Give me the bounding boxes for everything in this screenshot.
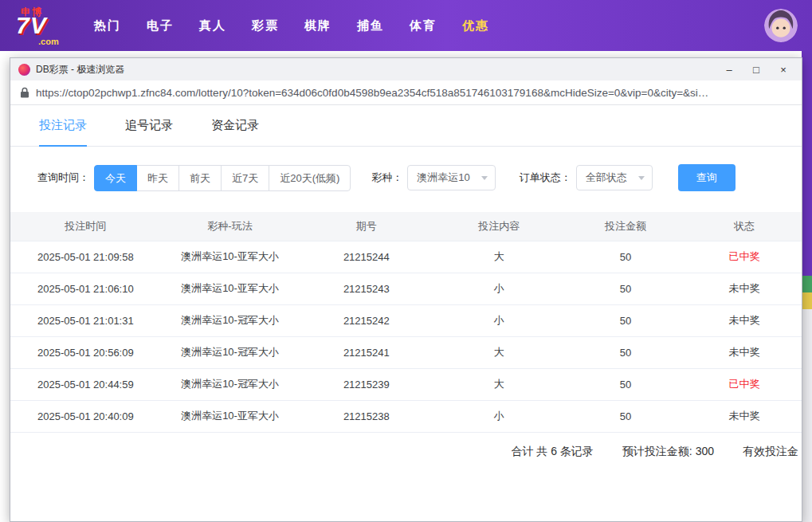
- browser-window: DB彩票 - 极速浏览器 – □ × https://ctop02pchwp1.…: [10, 57, 802, 522]
- nav-item-fishing[interactable]: 捕鱼: [357, 18, 384, 33]
- status-badge: 未中奖: [687, 336, 802, 368]
- address-bar[interactable]: https://ctop02pchwp1.zfnc84.com/lottery/…: [10, 80, 802, 105]
- order-status-label: 订单状态：: [520, 171, 571, 185]
- cell-amount: 50: [564, 336, 687, 368]
- summary-bar: 合计 共 6 条记录 预计投注金额: 300 有效投注金: [10, 433, 802, 470]
- favicon-icon: [18, 64, 30, 76]
- time-last7-button[interactable]: 近7天: [221, 165, 269, 191]
- status-badge: 未中奖: [687, 273, 802, 304]
- nav-item-promotions[interactable]: 优惠: [462, 18, 489, 33]
- nav-item-sports[interactable]: 体育: [410, 18, 437, 33]
- cell-game: 澳洲幸运10-亚军大小: [161, 273, 300, 304]
- table-row: 2025-05-01 21:01:31 澳洲幸运10-冠军大小 21215242…: [10, 304, 802, 336]
- time-range-group: 今天 昨天 前天 近7天 近20天(低频): [94, 165, 351, 191]
- table-header-row: 投注时间 彩种-玩法 期号 投注内容 投注金额 状态: [10, 212, 802, 241]
- url-text: https://ctop02pchwp1.zfnc84.com/lottery/…: [36, 87, 708, 99]
- status-badge: 已中奖: [687, 241, 802, 273]
- cell-content: 小: [433, 400, 564, 432]
- record-tabs: 投注记录 追号记录 资金记录: [10, 105, 802, 147]
- cell-time: 2025-05-01 21:06:10: [10, 273, 161, 304]
- cell-time: 2025-05-01 21:01:31: [10, 304, 161, 336]
- time-yesterday-button[interactable]: 昨天: [136, 165, 179, 191]
- user-avatar[interactable]: [764, 9, 798, 42]
- status-badge: 已中奖: [687, 368, 802, 400]
- table-row: 2025-05-01 21:09:58 澳洲幸运10-亚军大小 21215244…: [10, 241, 802, 273]
- tab-funds-records[interactable]: 资金记录: [211, 105, 259, 146]
- nav-item-slots[interactable]: 电子: [147, 18, 174, 33]
- query-button[interactable]: 查询: [678, 164, 736, 191]
- lock-icon: [20, 87, 29, 98]
- cell-amount: 50: [564, 273, 687, 304]
- col-header-game: 彩种-玩法: [161, 212, 300, 241]
- summary-total: 合计 共 6 条记录: [511, 445, 593, 459]
- window-title: DB彩票 - 极速浏览器: [36, 63, 124, 77]
- col-header-issue: 期号: [299, 212, 433, 241]
- window-controls: – □ ×: [716, 59, 797, 80]
- screen: 申博 7V .com 热门 电子 真人 彩票 棋牌 捕鱼 体育 优惠: [0, 0, 812, 522]
- cell-content: 大: [433, 336, 564, 368]
- cell-content: 小: [433, 273, 564, 304]
- logo-text-bottom: .com: [38, 37, 59, 46]
- cell-issue: 21215242: [299, 304, 433, 336]
- time-today-button[interactable]: 今天: [94, 165, 137, 191]
- time-day-before-button[interactable]: 前天: [178, 165, 222, 191]
- logo-text-main: 7V: [16, 12, 47, 39]
- query-time-label: 查询时间：: [37, 171, 89, 185]
- cell-time: 2025-05-01 20:56:09: [10, 336, 161, 368]
- cell-time: 2025-05-01 21:09:58: [10, 241, 161, 273]
- maximize-button[interactable]: □: [743, 59, 770, 80]
- tab-bet-records[interactable]: 投注记录: [39, 105, 87, 146]
- top-nav-bar: 申博 7V .com 热门 电子 真人 彩票 棋牌 捕鱼 体育 优惠: [0, 0, 812, 51]
- cell-game: 澳洲幸运10-冠军大小: [161, 368, 300, 400]
- cell-time: 2025-05-01 20:40:09: [10, 400, 161, 432]
- status-badge: 未中奖: [687, 304, 802, 336]
- status-badge: 未中奖: [687, 400, 802, 432]
- time-last20-button[interactable]: 近20天(低频): [269, 165, 351, 191]
- minimize-button[interactable]: –: [716, 59, 743, 80]
- cell-issue: 21215239: [299, 368, 433, 400]
- filter-bar: 查询时间： 今天 昨天 前天 近7天 近20天(低频) 彩种： 澳洲幸运10 订…: [10, 164, 802, 191]
- order-status-select[interactable]: 全部状态: [576, 165, 653, 190]
- order-status-value: 全部状态: [586, 171, 627, 185]
- nav-item-board-games[interactable]: 棋牌: [304, 18, 331, 33]
- cell-game: 澳洲幸运10-冠军大小: [161, 304, 300, 336]
- cell-amount: 50: [564, 400, 687, 432]
- nav-item-live[interactable]: 真人: [199, 18, 226, 33]
- nav-item-lottery[interactable]: 彩票: [252, 18, 279, 33]
- col-header-amount: 投注金额: [564, 212, 687, 241]
- chevron-down-icon: [481, 176, 488, 180]
- cell-issue: 21215243: [299, 273, 433, 304]
- background-fragment-light: [802, 309, 812, 522]
- avatar-image: [764, 9, 798, 42]
- table-row: 2025-05-01 20:44:59 澳洲幸运10-冠军大小 21215239…: [10, 368, 802, 400]
- main-nav: 热门 电子 真人 彩票 棋牌 捕鱼 体育 优惠: [94, 18, 489, 33]
- page-content: 投注记录 追号记录 资金记录 查询时间： 今天 昨天 前天 近7天 近20天(低…: [10, 105, 802, 521]
- background-fragment-yellow: [802, 292, 812, 309]
- background-strip: [802, 51, 812, 276]
- chevron-down-icon: [638, 176, 645, 180]
- table-row: 2025-05-01 21:06:10 澳洲幸运10-亚军大小 21215243…: [10, 273, 802, 304]
- window-title-bar[interactable]: DB彩票 - 极速浏览器 – □ ×: [10, 58, 802, 80]
- site-logo[interactable]: 申博 7V .com: [14, 6, 70, 45]
- cell-issue: 21215238: [299, 400, 433, 432]
- cell-game: 澳洲幸运10-亚军大小: [161, 241, 300, 273]
- summary-valid-amount: 有效投注金: [743, 445, 798, 459]
- cell-amount: 50: [564, 304, 687, 336]
- cell-issue: 21215241: [299, 336, 433, 368]
- close-button[interactable]: ×: [770, 59, 797, 80]
- lottery-type-select[interactable]: 澳洲幸运10: [407, 165, 495, 190]
- cell-content: 大: [433, 241, 564, 273]
- tab-chase-records[interactable]: 追号记录: [125, 105, 173, 146]
- cell-game: 澳洲幸运10-冠军大小: [161, 336, 300, 368]
- table-row: 2025-05-01 20:56:09 澳洲幸运10-冠军大小 21215241…: [10, 336, 802, 368]
- cell-time: 2025-05-01 20:44:59: [10, 368, 161, 400]
- cell-amount: 50: [564, 241, 687, 273]
- nav-item-hot[interactable]: 热门: [94, 18, 121, 33]
- col-header-status: 状态: [687, 212, 802, 241]
- col-header-time: 投注时间: [10, 212, 161, 241]
- cell-content: 小: [433, 304, 564, 336]
- background-fragment-green: [802, 276, 812, 292]
- cell-game: 澳洲幸运10-亚军大小: [161, 400, 300, 432]
- cell-amount: 50: [564, 368, 687, 400]
- lottery-type-label: 彩种：: [371, 171, 402, 185]
